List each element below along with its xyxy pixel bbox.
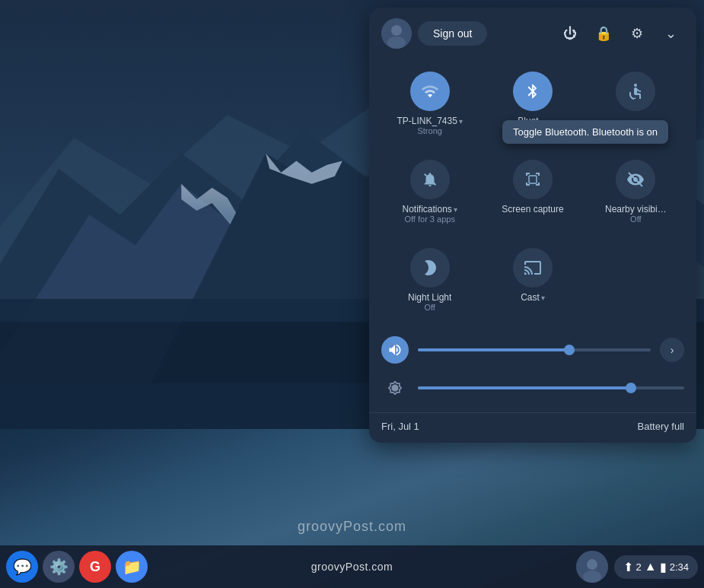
brightness-slider-track[interactable] [418,386,684,389]
volume-slider-track[interactable] [418,348,651,351]
toggle-row-2: Notifications ▾ Off for 3 apps Screen ca… [369,151,696,239]
volume-expand-button[interactable]: › [660,338,684,362]
footer-date: Fri, Jul 1 [381,421,419,432]
user-avatar [381,18,412,49]
clock: 2:34 [670,561,689,573]
night-light-icon-wrap [410,248,450,288]
taskbar-app-files[interactable]: 📁 [116,551,148,583]
watermark: groovyPost.com [298,519,406,535]
cast-icon-wrap [513,248,553,288]
nearby-icon-wrap [616,160,655,199]
upload-icon: ⬆ [623,560,633,574]
svg-point-11 [587,559,597,570]
screen-capture-icon [524,170,542,189]
notifications-sublabel: Off for 3 apps [404,215,454,224]
brightness-slider-thumb [626,383,636,393]
cast-arrow-icon: ▾ [541,294,545,302]
taskbar-avatar[interactable] [576,551,608,583]
cast-label: Cast [521,292,540,303]
settings-button[interactable]: ⚙ [623,20,651,47]
volume-icon [387,342,403,358]
notifications-toggle[interactable]: Notifications ▾ Off for 3 apps [381,151,478,233]
bluetooth-icon [524,83,541,100]
toggle-row-3: Night Light Off Cast ▾ [369,239,696,330]
taskbar-apps: 💬 ⚙️ G 📁 [6,551,148,583]
volume-slider-fill [418,348,569,351]
wifi-label: TP-LINK_7435 [397,116,457,126]
taskbar: 💬 ⚙️ G 📁 groovyPost.com ⬆ 2 ▲ ▮ 2:34 [0,545,704,588]
bluetooth-icon-wrap [513,72,553,111]
svg-point-15 [387,37,406,49]
screen-capture-icon-wrap [513,160,553,199]
brightness-slider-fill [418,386,631,389]
notification-count: 2 [636,561,642,573]
wifi-icon: ▲ [645,560,657,574]
screen-capture-toggle[interactable]: Screen capture [484,151,581,233]
footer-battery: Battery full [638,421,684,432]
lock-icon: 🔒 [595,25,612,42]
night-light-icon [421,259,439,277]
sliders-section: › [369,330,696,412]
volume-icon-wrap[interactable] [381,336,409,364]
screen-capture-label: Screen capture [502,204,563,215]
system-tray[interactable]: ⬆ 2 ▲ ▮ 2:34 [614,555,698,579]
svg-point-12 [583,571,601,583]
cast-label-row: Cast ▾ [521,292,545,303]
brightness-icon [387,380,403,396]
panel-footer: Fri, Jul 1 Battery full [369,412,696,443]
nearby-toggle[interactable]: Nearby visibi… Off [588,151,684,233]
power-icon: ⏻ [563,26,577,42]
cast-icon [524,259,542,277]
panel-header: Sign out ⏻ 🔒 ⚙ ⌄ [369,8,696,56]
night-light-toggle[interactable]: Night Light Off [381,239,478,321]
brightness-icon-wrap [381,374,409,402]
wifi-label-row: TP-LINK_7435 ▾ [397,116,462,126]
taskbar-right: ⬆ 2 ▲ ▮ 2:34 [576,551,698,583]
nearby-icon [626,170,645,189]
wifi-icon [421,82,439,100]
nearby-sublabel: Off [630,215,641,224]
notifications-label-row: Notifications ▾ [402,204,457,215]
battery-icon: ▮ [660,560,667,574]
nearby-label: Nearby visibi… [605,204,667,215]
taskbar-app-messages[interactable]: 💬 [6,551,38,583]
expand-button[interactable]: ⌄ [657,20,684,47]
wifi-arrow-icon: ▾ [459,117,463,126]
notifications-arrow-icon: ▾ [454,205,457,214]
night-light-sublabel: Off [424,303,435,312]
svg-rect-18 [529,176,537,183]
bluetooth-tooltip: Toggle Bluetooth. Bluetooth is on [502,120,668,144]
notifications-icon-wrap [410,160,450,199]
settings-icon: ⚙ [631,25,643,42]
brightness-slider-row [381,374,684,402]
sign-out-button[interactable]: Sign out [418,21,487,46]
notifications-label: Notifications [402,204,451,215]
volume-slider-row: › [381,336,684,364]
cast-toggle[interactable]: Cast ▾ [484,239,581,321]
night-light-label: Night Light [408,292,451,303]
taskbar-app-settings[interactable]: ⚙️ [43,551,75,583]
chevron-down-icon: ⌄ [665,25,677,42]
taskbar-app-google[interactable]: G [79,551,111,583]
wifi-sublabel: Strong [417,126,441,135]
volume-slider-thumb [564,345,575,355]
svg-point-16 [634,84,637,87]
lock-button[interactable]: 🔒 [590,20,617,47]
power-button[interactable]: ⏻ [556,20,584,47]
accessibility-icon-wrap [616,72,655,111]
quick-settings-panel: Sign out ⏻ 🔒 ⚙ ⌄ [369,8,696,443]
wifi-toggle[interactable]: TP-LINK_7435 ▾ Strong [381,62,478,145]
taskbar-watermark: groovyPost.com [311,561,393,573]
empty-slot [588,239,684,321]
wifi-icon-wrap [410,72,450,111]
desktop-background: groovyPost.com 💬 ⚙️ G 📁 groovyPost.com ⬆… [0,0,704,588]
notifications-icon [422,171,438,188]
svg-point-14 [391,25,402,36]
accessibility-icon [626,82,645,100]
